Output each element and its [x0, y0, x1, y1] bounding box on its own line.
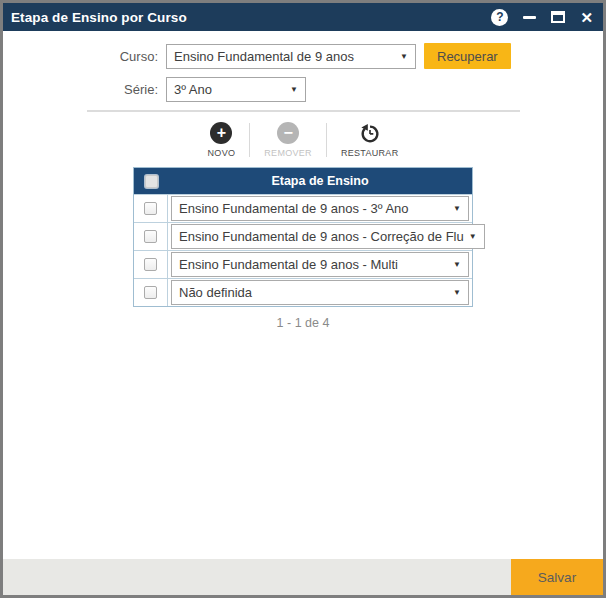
- close-icon: ✕: [580, 10, 593, 25]
- dialog-footer: Salvar: [3, 559, 603, 595]
- row-checkbox[interactable]: [144, 202, 157, 215]
- chevron-down-icon: ▼: [469, 232, 477, 241]
- table-row: Ensino Fundamental de 9 anos - 3º Ano ▼: [134, 194, 472, 222]
- table-row: Não definida ▼: [134, 278, 472, 306]
- chevron-down-icon: ▼: [453, 204, 461, 213]
- table-row: Ensino Fundamental de 9 anos - Correção …: [134, 222, 472, 250]
- curso-row: Curso: Ensino Fundamental de 9 anos ▼ Re…: [3, 43, 603, 69]
- etapa-select-value: Ensino Fundamental de 9 anos - Multi: [179, 257, 448, 272]
- close-button[interactable]: ✕: [580, 10, 593, 25]
- select-all-checkbox[interactable]: [145, 175, 158, 188]
- serie-select[interactable]: 3º Ano ▼: [166, 77, 306, 102]
- serie-label: Série:: [3, 82, 166, 97]
- row-checkbox[interactable]: [144, 258, 157, 271]
- chevron-down-icon: ▼: [453, 288, 461, 297]
- etapa-select-value: Não definida: [179, 285, 448, 300]
- minus-circle-icon: −: [277, 122, 299, 144]
- table-row: Ensino Fundamental de 9 anos - Multi ▼: [134, 250, 472, 278]
- help-button[interactable]: ?: [491, 9, 508, 26]
- etapa-select[interactable]: Ensino Fundamental de 9 anos - Correção …: [171, 224, 485, 249]
- serie-row: Série: 3º Ano ▼: [3, 77, 603, 102]
- novo-button[interactable]: + NOVO: [194, 122, 250, 158]
- etapa-select[interactable]: Não definida ▼: [171, 280, 469, 305]
- etapa-select[interactable]: Ensino Fundamental de 9 anos - Multi ▼: [171, 252, 469, 277]
- curso-select-value: Ensino Fundamental de 9 anos: [174, 49, 395, 64]
- etapa-de-ensino-table: Etapa de Ensino Ensino Fundamental de 9 …: [133, 167, 473, 307]
- salvar-button[interactable]: Salvar: [511, 559, 603, 595]
- remover-button[interactable]: − REMOVER: [250, 122, 326, 158]
- dialog-title: Etapa de Ensino por Curso: [11, 10, 187, 25]
- dialog-etapa-de-ensino-por-curso: Etapa de Ensino por Curso ? ✕ Curso: Ens…: [0, 0, 606, 598]
- table-header-row: Etapa de Ensino: [134, 168, 472, 194]
- remover-label: REMOVER: [264, 148, 312, 158]
- plus-circle-icon: +: [210, 122, 232, 144]
- pagination: 1 - 1 de 4: [3, 316, 603, 330]
- restaurar-button[interactable]: RESTAURAR: [327, 122, 413, 158]
- recuperar-button[interactable]: Recuperar: [424, 43, 511, 69]
- dialog-body: Curso: Ensino Fundamental de 9 anos ▼ Re…: [3, 31, 603, 559]
- help-icon: ?: [491, 9, 508, 26]
- chevron-down-icon: ▼: [290, 85, 298, 94]
- etapa-select[interactable]: Ensino Fundamental de 9 anos - 3º Ano ▼: [171, 196, 469, 221]
- curso-select[interactable]: Ensino Fundamental de 9 anos ▼: [166, 44, 416, 69]
- row-checkbox[interactable]: [144, 286, 157, 299]
- etapa-select-value: Ensino Fundamental de 9 anos - 3º Ano: [179, 201, 448, 216]
- maximize-button[interactable]: [551, 11, 565, 23]
- minimize-icon: [523, 16, 536, 19]
- form-divider: [87, 110, 520, 112]
- titlebar: Etapa de Ensino por Curso ? ✕: [3, 3, 603, 31]
- toolbar: + NOVO − REMOVER RESTAURAR: [3, 122, 603, 158]
- etapa-select-value: Ensino Fundamental de 9 anos - Correção …: [179, 229, 464, 244]
- row-checkbox[interactable]: [144, 230, 157, 243]
- novo-label: NOVO: [208, 148, 236, 158]
- chevron-down-icon: ▼: [453, 260, 461, 269]
- window-controls: ? ✕: [491, 9, 593, 26]
- maximize-icon: [551, 11, 565, 23]
- minimize-button[interactable]: [523, 16, 536, 19]
- restaurar-label: RESTAURAR: [341, 148, 399, 158]
- serie-select-value: 3º Ano: [174, 82, 285, 97]
- table-header-label: Etapa de Ensino: [168, 174, 472, 188]
- chevron-down-icon: ▼: [400, 52, 408, 61]
- restore-history-icon: [359, 122, 381, 144]
- curso-label: Curso:: [3, 49, 166, 64]
